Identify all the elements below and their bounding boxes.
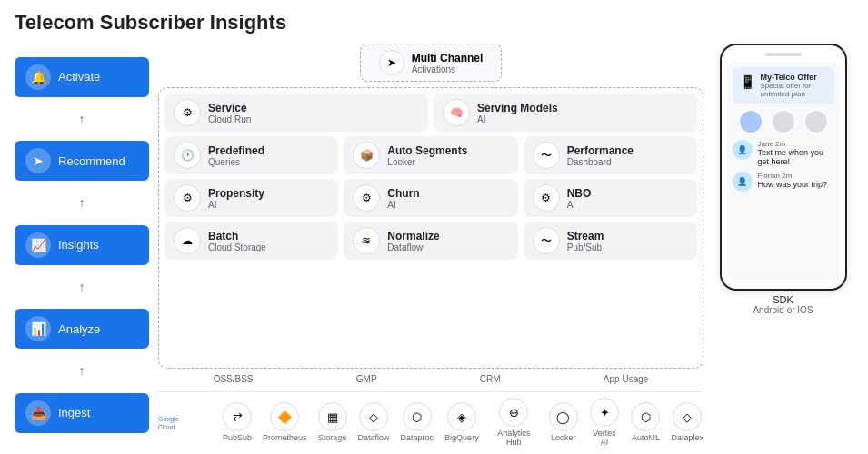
stream-card: 〜 Stream Pub/Sub (524, 222, 697, 260)
propensity-text: Propensity AI (208, 187, 264, 210)
batch-title: Batch (208, 230, 266, 242)
insights-icon: 📈 (25, 232, 51, 258)
automl-icon: ⬡ (631, 402, 660, 431)
phone-frame: 📱 My-Telco Offer Special offer for unlim… (720, 44, 847, 291)
offer-title: My-Telco Offer (761, 73, 827, 82)
dataplex-icon: ◇ (673, 402, 702, 431)
looker-label: Looker (551, 433, 576, 442)
offer-text: My-Telco Offer Special offer for unlimit… (761, 73, 827, 98)
ai-row: ⚙ Propensity AI ⚙ Churn AI (165, 179, 697, 217)
service-title: Service (208, 102, 251, 114)
normalize-card: ≋ Normalize Dataflow (344, 222, 517, 260)
multi-channel-title: Multi Channel (412, 52, 484, 64)
jane-time-val: 2m (775, 140, 785, 148)
dataflow-icon: ◇ (359, 402, 388, 431)
message-florian: 👤 Florian 2m How was your trip? (733, 172, 834, 192)
service-card: ⚙ Service Cloud Run (165, 94, 428, 132)
serving-models-card: 🧠 Serving Models AI (434, 94, 697, 132)
sidebar-item-recommend[interactable]: ➤ Recommend (15, 141, 149, 181)
florian-message-content: Florian 2m How was your trip? (758, 172, 828, 189)
profile-circle-2 (771, 109, 796, 134)
sidebar-item-activate[interactable]: 🔔 Activate (15, 57, 149, 97)
phone-screen: 📱 My-Telco Offer Special offer for unlim… (727, 62, 840, 280)
ingest-row: ☁ Batch Cloud Storage ≋ Normalize Datafl… (165, 222, 697, 260)
nbo-icon: ⚙ (533, 184, 560, 212)
offer-card: 📱 My-Telco Offer Special offer for unlim… (733, 67, 834, 104)
storage-icon: ▦ (318, 402, 347, 431)
performance-card: 〜 Performance Dashboard (524, 136, 697, 174)
footer-icon-vertex-ai: ✦ Vertex AI (589, 398, 621, 447)
multi-channel-icon: ➤ (379, 50, 404, 75)
multi-channel-box: ➤ Multi Channel Activations (360, 44, 503, 82)
google-cloud-logo: Google Cloud (158, 412, 208, 432)
footer-icon-storage: ▦ Storage (318, 402, 347, 442)
page-title: Telecom Subscriber Insights (15, 11, 853, 35)
source-labels: OSS/BSS GMP CRM App Usage (158, 372, 703, 384)
outer-dashed-section: ⚙ Service Cloud Run 🧠 Serving Models AI (158, 87, 703, 369)
batch-sub: Cloud Storage (208, 242, 266, 252)
sidebar: 🔔 Activate ↑ ➤ Recommend ↑ 📈 Insights ↑ … (15, 44, 149, 447)
churn-sub: AI (387, 200, 419, 210)
jane-text: Text me when you get here! (758, 148, 834, 166)
jane-header: Jane 2m (758, 140, 834, 148)
florian-avatar: 👤 (733, 172, 753, 192)
propensity-title: Propensity (208, 187, 264, 200)
stream-title: Stream (567, 230, 604, 242)
propensity-card: ⚙ Propensity AI (165, 179, 338, 217)
stream-sub: Pub/Sub (567, 242, 604, 252)
top-row: ➤ Multi Channel Activations (158, 44, 703, 82)
churn-title: Churn (387, 187, 419, 200)
predefined-icon: 🕐 (174, 142, 201, 169)
churn-icon: ⚙ (353, 184, 380, 212)
florian-text: How was your trip? (758, 180, 828, 189)
arrow-2: ↑ (15, 195, 149, 211)
sdk-label: SDK (773, 294, 793, 305)
florian-time-val: 2m (782, 172, 792, 180)
source-label-oss: OSS/BSS (214, 374, 254, 384)
recommend-label: Recommend (58, 154, 125, 168)
profile-circle-3 (803, 109, 829, 134)
google-cloud-svg: Google Cloud (158, 412, 208, 432)
dataproc-label: Dataproc (401, 433, 434, 442)
phone-mockup: 📱 My-Telco Offer Special offer for unlim… (713, 44, 853, 447)
analytics-hub-label: Analytics Hub (490, 429, 538, 447)
multi-channel-text: Multi Channel Activations (412, 52, 484, 74)
predefined-sub: Queries (208, 157, 264, 167)
source-label-crm: CRM (480, 374, 501, 384)
automl-label: AutoML (632, 433, 660, 442)
svg-text:Google: Google (158, 416, 179, 423)
ingest-icon: 📥 (25, 400, 51, 426)
service-sub: Cloud Run (208, 114, 251, 124)
nbo-sub: AI (567, 200, 592, 210)
performance-sub: Dashboard (567, 157, 634, 167)
prometheus-icon: 🔶 (270, 402, 299, 431)
footer-icon-dataplex: ◇ Dataplex (671, 402, 703, 442)
serving-models-text: Serving Models AI (477, 102, 558, 124)
offer-icon: 📱 (740, 74, 755, 89)
service-row: ⚙ Service Cloud Run 🧠 Serving Models AI (165, 94, 697, 132)
analyze-label: Analyze (58, 322, 100, 336)
arrow-4: ↑ (15, 363, 149, 379)
source-label-gmp: GMP (356, 374, 377, 384)
churn-text: Churn AI (387, 187, 419, 210)
florian-header: Florian 2m (758, 172, 828, 180)
auto-segments-sub: Looker (387, 157, 467, 167)
offer-sub: Special offer for unlimited plan (761, 82, 827, 98)
sidebar-item-ingest[interactable]: 📥 Ingest (15, 393, 149, 433)
jane-avatar: 👤 (733, 140, 753, 160)
sidebar-item-analyze[interactable]: 📊 Analyze (15, 309, 149, 349)
nbo-title: NBO (567, 187, 592, 200)
recommend-icon: ➤ (25, 148, 51, 173)
message-jane: 👤 Jane 2m Text me when you get here! (733, 140, 834, 166)
main-container: Telecom Subscriber Insights 🔔 Activate ↑… (0, 0, 868, 454)
performance-icon: 〜 (533, 142, 560, 169)
serving-models-sub: AI (477, 114, 558, 124)
dataproc-icon: ⬡ (403, 402, 432, 431)
svg-text:Cloud: Cloud (158, 424, 175, 430)
sidebar-item-insights[interactable]: 📈 Insights (15, 225, 149, 265)
bigquery-icon: ◈ (447, 402, 476, 431)
auto-segments-icon: 📦 (353, 142, 380, 169)
vertex-ai-label: Vertex AI (589, 429, 621, 447)
diagram-area: ➤ Multi Channel Activations ⚙ Service Cl (158, 44, 703, 447)
auto-segments-title: Auto Segments (387, 144, 467, 157)
